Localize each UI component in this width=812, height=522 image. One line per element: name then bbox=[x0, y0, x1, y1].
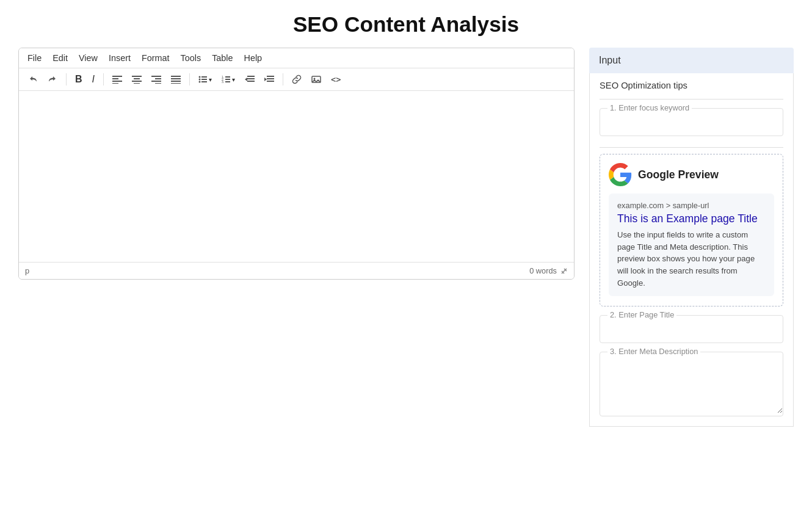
numbered-list-button[interactable]: 1.2.3. ▾ bbox=[219, 73, 238, 85]
svg-rect-6 bbox=[132, 81, 142, 82]
svg-rect-27 bbox=[225, 81, 230, 82]
editor-content[interactable] bbox=[19, 91, 574, 262]
page-title-field: 2. Enter Page Title bbox=[600, 315, 783, 343]
menu-edit[interactable]: Edit bbox=[53, 53, 68, 63]
menu-table[interactable]: Table bbox=[212, 53, 233, 63]
svg-rect-32 bbox=[267, 76, 274, 77]
code-button[interactable]: <> bbox=[328, 73, 344, 86]
google-preview-section: Google Preview example.com > sample-url … bbox=[600, 154, 783, 306]
editor-footer: p 0 words bbox=[19, 262, 574, 279]
right-panel-content: SEO Optimization tips 1. Enter focus key… bbox=[589, 73, 794, 427]
svg-rect-3 bbox=[112, 83, 118, 84]
svg-point-18 bbox=[199, 81, 201, 83]
meta-description-label: 3. Enter Meta Description bbox=[607, 347, 700, 356]
align-right-button[interactable] bbox=[148, 73, 164, 85]
link-button[interactable] bbox=[289, 73, 305, 86]
editor-panel: File Edit View Insert Format Tools Table… bbox=[18, 48, 575, 280]
svg-rect-12 bbox=[171, 76, 181, 77]
menu-bar: File Edit View Insert Format Tools Table… bbox=[19, 48, 574, 68]
svg-marker-35 bbox=[264, 78, 267, 81]
focus-keyword-label: 1. Enter focus keyword bbox=[607, 103, 692, 112]
right-panel: Input SEO Optimization tips 1. Enter foc… bbox=[589, 48, 794, 427]
gp-url: example.com > sample-url bbox=[617, 201, 766, 210]
input-section-header: Input bbox=[589, 48, 794, 73]
meta-description-input[interactable] bbox=[600, 352, 783, 413]
toolbar: B I ▾ 1.2.3. ▾ bbox=[19, 68, 574, 91]
google-preview-header: Google Preview bbox=[609, 163, 774, 186]
menu-help[interactable]: Help bbox=[244, 53, 263, 63]
gp-page-title: This is an Example page Title bbox=[617, 212, 766, 225]
page-title-input[interactable] bbox=[600, 316, 783, 343]
focus-keyword-input[interactable] bbox=[600, 109, 783, 136]
svg-rect-8 bbox=[151, 76, 161, 77]
svg-rect-11 bbox=[155, 83, 161, 84]
redo-button[interactable] bbox=[45, 73, 60, 86]
svg-rect-5 bbox=[134, 78, 140, 79]
svg-rect-9 bbox=[155, 78, 161, 79]
divider-2 bbox=[600, 147, 783, 148]
svg-rect-4 bbox=[132, 76, 142, 77]
svg-rect-19 bbox=[201, 76, 207, 78]
menu-insert[interactable]: Insert bbox=[109, 53, 131, 63]
focus-keyword-field: 1. Enter focus keyword bbox=[600, 108, 783, 136]
menu-tools[interactable]: Tools bbox=[181, 53, 201, 63]
bullet-list-button[interactable]: ▾ bbox=[195, 73, 215, 85]
bold-button[interactable]: B bbox=[72, 72, 85, 87]
google-preview-title: Google Preview bbox=[638, 169, 719, 181]
svg-rect-30 bbox=[247, 81, 255, 82]
page-title-label: 2. Enter Page Title bbox=[607, 310, 676, 319]
align-left-button[interactable] bbox=[109, 73, 125, 85]
indent-button[interactable] bbox=[261, 73, 277, 85]
svg-rect-20 bbox=[201, 79, 207, 80]
svg-rect-10 bbox=[151, 81, 161, 82]
svg-rect-26 bbox=[225, 79, 230, 80]
outdent-button[interactable] bbox=[242, 73, 258, 85]
svg-point-16 bbox=[199, 76, 201, 78]
svg-rect-33 bbox=[267, 78, 274, 79]
svg-rect-29 bbox=[247, 78, 255, 79]
align-justify-button[interactable] bbox=[168, 73, 184, 85]
svg-rect-34 bbox=[267, 81, 274, 82]
svg-rect-14 bbox=[171, 81, 181, 82]
menu-view[interactable]: View bbox=[79, 53, 98, 63]
svg-rect-2 bbox=[112, 81, 122, 82]
svg-rect-28 bbox=[247, 76, 255, 77]
svg-point-17 bbox=[199, 79, 201, 81]
meta-description-field: 3. Enter Meta Description bbox=[600, 352, 783, 416]
divider-1 bbox=[600, 99, 783, 100]
menu-format[interactable]: Format bbox=[142, 53, 170, 63]
italic-button[interactable]: I bbox=[89, 72, 98, 87]
element-indicator: p bbox=[25, 266, 29, 275]
svg-text:3.: 3. bbox=[222, 80, 224, 84]
menu-file[interactable]: File bbox=[27, 53, 42, 63]
svg-rect-1 bbox=[112, 78, 118, 79]
svg-rect-0 bbox=[112, 76, 122, 77]
svg-rect-25 bbox=[225, 76, 230, 78]
page-title-heading: SEO Content Analysis bbox=[0, 0, 812, 48]
image-button[interactable] bbox=[308, 73, 324, 86]
google-logo-icon bbox=[609, 163, 632, 186]
resize-icon bbox=[560, 267, 568, 275]
svg-rect-7 bbox=[134, 83, 140, 84]
seo-tips-label: SEO Optimization tips bbox=[600, 73, 783, 90]
svg-rect-21 bbox=[201, 81, 207, 82]
google-preview-box: example.com > sample-url This is an Exam… bbox=[609, 194, 774, 296]
align-center-button[interactable] bbox=[129, 73, 145, 85]
svg-rect-15 bbox=[171, 83, 181, 84]
undo-button[interactable] bbox=[25, 73, 41, 86]
svg-marker-31 bbox=[245, 78, 247, 81]
word-count: 0 words bbox=[529, 266, 557, 275]
svg-rect-13 bbox=[171, 78, 181, 79]
gp-description: Use the input fields to write a custom p… bbox=[617, 229, 766, 289]
